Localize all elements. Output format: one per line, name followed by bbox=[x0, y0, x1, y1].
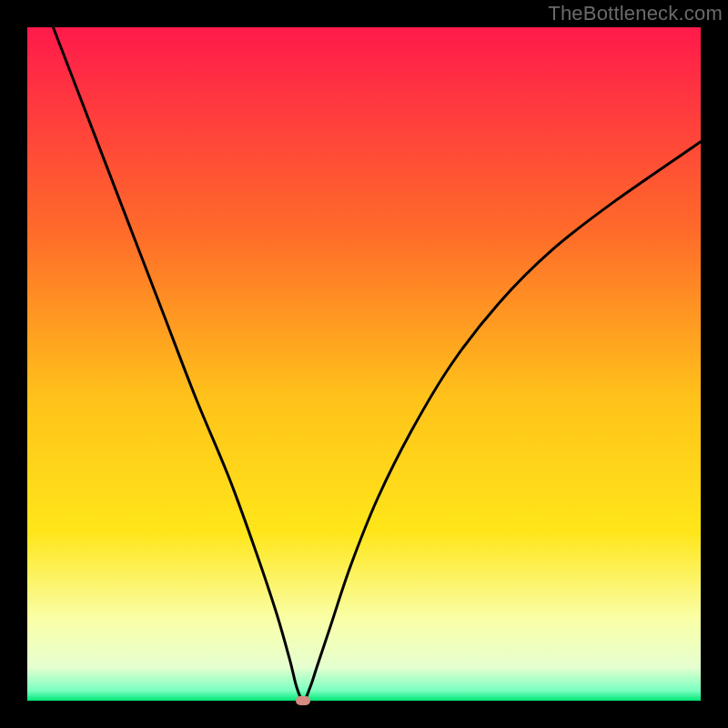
chart-frame: TheBottleneck.com bbox=[0, 0, 728, 728]
plot-area bbox=[27, 27, 701, 701]
plot-svg bbox=[27, 27, 701, 701]
watermark-text: TheBottleneck.com bbox=[548, 2, 723, 25]
optimum-marker bbox=[296, 696, 310, 705]
plot-background bbox=[27, 27, 701, 701]
